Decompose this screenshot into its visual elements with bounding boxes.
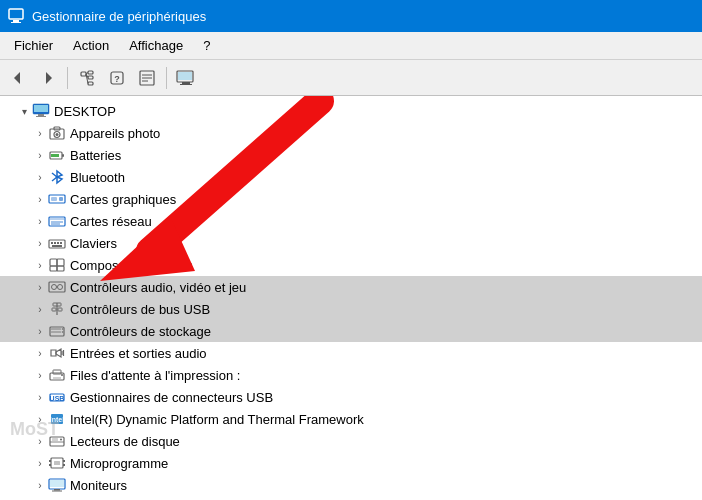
- svg-marker-66: [56, 349, 61, 357]
- tree-item-composants-logiciels[interactable]: › Composants logiciels: [0, 254, 702, 276]
- svg-marker-33: [57, 171, 62, 183]
- entrees-sorties-icon: [48, 344, 66, 362]
- app-icon: [8, 8, 24, 24]
- tree-label-lecteurs-disque: Lecteurs de disque: [70, 434, 180, 449]
- svg-rect-61: [51, 328, 61, 330]
- back-button[interactable]: [4, 64, 32, 92]
- tree-item-claviers[interactable]: › Claviers: [0, 232, 702, 254]
- tree-item-ordinateur[interactable]: › Ordinateur: [0, 496, 702, 500]
- tree-item-entrees-sorties[interactable]: › Entrées et sorties audio: [0, 342, 702, 364]
- expander[interactable]: ›: [32, 298, 48, 320]
- tree-root-desktop[interactable]: ▾ DESKTOP: [0, 100, 702, 122]
- tree-label-controleurs-bus-usb: Contrôleurs de bus USB: [70, 302, 210, 317]
- expander[interactable]: ›: [32, 232, 48, 254]
- toolbar: ?: [0, 60, 702, 96]
- expander[interactable]: ›: [32, 364, 48, 386]
- tree-label-controleurs-audio: Contrôleurs audio, vidéo et jeu: [70, 280, 246, 295]
- tree-item-cartes-reseau[interactable]: › Cartes réseau: [0, 210, 702, 232]
- tree-item-controleurs-stockage[interactable]: › Contrôleurs de stockage: [0, 320, 702, 342]
- tree-label-intel-dynamic: Intel(R) Dynamic Platform and Thermal Fr…: [70, 412, 364, 427]
- svg-rect-40: [50, 218, 64, 220]
- svg-rect-47: [60, 242, 62, 244]
- expander[interactable]: ›: [32, 474, 48, 496]
- tree-item-bluetooth[interactable]: › Bluetooth: [0, 166, 702, 188]
- svg-text:Intel: Intel: [50, 416, 64, 423]
- svg-rect-80: [52, 438, 58, 441]
- svg-rect-6: [88, 71, 93, 74]
- tree-item-lecteurs-disque[interactable]: › Lecteurs de disque: [0, 430, 702, 452]
- tree-label-gestionnaires-usb: Gestionnaires de connecteurs USB: [70, 390, 273, 405]
- expander[interactable]: ›: [32, 276, 48, 298]
- expander[interactable]: ›: [32, 430, 48, 452]
- expander[interactable]: ›: [32, 144, 48, 166]
- tree-item-moniteurs[interactable]: › Moniteurs: [0, 474, 702, 496]
- intel-dynamic-icon: Intel: [48, 410, 66, 428]
- menu-fichier[interactable]: Fichier: [4, 34, 63, 57]
- svg-point-54: [52, 285, 57, 290]
- menu-action[interactable]: Action: [63, 34, 119, 57]
- cartes-graphiques-icon: [48, 190, 66, 208]
- help-button[interactable]: ?: [103, 64, 131, 92]
- tree-item-gestionnaires-usb[interactable]: › USB Gestionnaires de connecteurs USB: [0, 386, 702, 408]
- expander[interactable]: ›: [32, 320, 48, 342]
- tree-label-appareils-photo: Appareils photo: [70, 126, 160, 141]
- svg-rect-45: [54, 242, 56, 244]
- tree-item-cartes-graphiques[interactable]: › Cartes graphiques: [0, 188, 702, 210]
- expander[interactable]: ›: [32, 452, 48, 474]
- menu-affichage[interactable]: Affichage: [119, 34, 193, 57]
- tree-item-files-attente[interactable]: › Files d'attente à l'impression :: [0, 364, 702, 386]
- microprogramme-icon: [48, 454, 66, 472]
- tree-item-appareils-photo[interactable]: › Appareils photo: [0, 122, 702, 144]
- device-tree[interactable]: ▾ DESKTOP ›: [0, 96, 702, 500]
- toolbar-separator-1: [67, 67, 68, 89]
- expander[interactable]: ›: [32, 342, 48, 364]
- svg-point-72: [61, 374, 63, 376]
- svg-rect-84: [63, 460, 65, 462]
- files-attente-icon: [48, 366, 66, 384]
- svg-rect-82: [49, 460, 51, 462]
- expander[interactable]: ›: [32, 496, 48, 500]
- svg-rect-62: [51, 331, 61, 333]
- expander[interactable]: ›: [32, 254, 48, 276]
- svg-rect-52: [57, 266, 64, 271]
- tree-item-controleurs-audio[interactable]: › Contrôleurs audio, vidéo et jeu: [0, 276, 702, 298]
- svg-text:?: ?: [114, 74, 120, 84]
- svg-rect-0: [9, 9, 23, 19]
- tree-item-batteries[interactable]: › Batteries: [0, 144, 702, 166]
- svg-rect-8: [88, 82, 93, 85]
- appareils-photo-icon: [48, 124, 66, 142]
- expander[interactable]: ›: [32, 408, 48, 430]
- cartes-reseau-icon: [48, 212, 66, 230]
- menu-bar: Fichier Action Affichage ?: [0, 32, 702, 60]
- scan-button[interactable]: [172, 64, 200, 92]
- svg-rect-1: [13, 20, 19, 22]
- svg-rect-21: [180, 84, 192, 85]
- expander[interactable]: ›: [32, 386, 48, 408]
- svg-rect-58: [52, 308, 56, 311]
- expander[interactable]: ›: [32, 166, 48, 188]
- forward-button[interactable]: [34, 64, 62, 92]
- tree-label-cartes-graphiques: Cartes graphiques: [70, 192, 176, 207]
- svg-point-64: [62, 331, 64, 333]
- tree-item-microprogramme[interactable]: › Microprogramme: [0, 452, 702, 474]
- expander[interactable]: ›: [32, 210, 48, 232]
- tree-label-controleurs-stockage: Contrôleurs de stockage: [70, 324, 211, 339]
- svg-rect-38: [59, 197, 63, 201]
- root-expander[interactable]: ▾: [16, 100, 32, 122]
- expander[interactable]: ›: [32, 188, 48, 210]
- tree-button[interactable]: [73, 64, 101, 92]
- tree-item-controleurs-bus-usb[interactable]: › Contrôleurs de bus USB: [0, 298, 702, 320]
- properties-button[interactable]: [133, 64, 161, 92]
- tree-label-batteries: Batteries: [70, 148, 121, 163]
- controleurs-audio-icon: [48, 278, 66, 296]
- svg-rect-48: [52, 245, 62, 247]
- controleurs-stockage-icon: [48, 322, 66, 340]
- lecteurs-disque-icon: [48, 432, 66, 450]
- expander[interactable]: ›: [32, 122, 48, 144]
- tree-label-files-attente: Files d'attente à l'impression :: [70, 368, 240, 383]
- svg-rect-5: [81, 72, 86, 76]
- tree-item-intel-dynamic[interactable]: › Intel Intel(R) Dynamic Platform and Th…: [0, 408, 702, 430]
- svg-rect-7: [88, 76, 93, 79]
- menu-help[interactable]: ?: [193, 34, 220, 57]
- toolbar-separator-2: [166, 67, 167, 89]
